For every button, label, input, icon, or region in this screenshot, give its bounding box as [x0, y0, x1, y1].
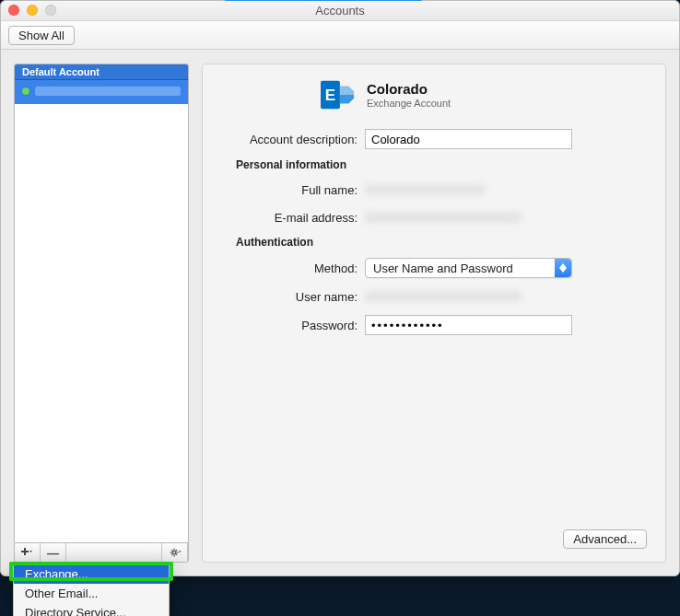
advanced-button-wrapper: Advanced... — [563, 529, 647, 549]
label-email-address: E-mail address: — [219, 211, 358, 225]
gear-icon — [169, 546, 182, 559]
row-email: E-mail address: — [219, 208, 649, 227]
account-header-text: Colorado Exchange Account — [367, 81, 451, 109]
row-section-auth: Authentication — [219, 236, 649, 249]
label-username: User name: — [219, 290, 358, 304]
add-account-button[interactable] — [15, 543, 41, 562]
accounts-sidebar: Default Account — — [14, 64, 189, 563]
add-account-menu: Exchange... Other Email... Directory Ser… — [13, 564, 170, 616]
auth-method-select[interactable]: User Name and Password — [365, 258, 572, 278]
window-title: Accounts — [315, 4, 364, 17]
label-method: Method: — [219, 262, 358, 275]
label-password: Password: — [219, 319, 358, 332]
sidebar-control-spacer — [66, 543, 162, 562]
svg-text:E: E — [325, 87, 335, 104]
email-value-redacted — [365, 208, 572, 227]
username-value-redacted — [365, 287, 572, 306]
row-full-name: Full name: — [219, 180, 649, 199]
row-section-personal: Personal information — [219, 158, 649, 171]
full-name-value-redacted — [365, 180, 572, 199]
section-personal-information: Personal information — [219, 158, 346, 171]
svg-point-0 — [172, 551, 176, 554]
svg-line-7 — [171, 554, 172, 555]
row-password: Password: — [219, 315, 649, 335]
remove-account-button[interactable]: — — [41, 543, 66, 562]
account-type-label: Exchange Account — [367, 98, 451, 109]
account-detail-panel: E Colorado Exchange Account Account desc… — [202, 64, 666, 563]
menu-item-directory-service[interactable]: Directory Service... — [14, 603, 169, 616]
row-username: User name: — [219, 287, 649, 306]
account-header-row: E Colorado Exchange Account — [321, 77, 649, 112]
account-status-indicator — [22, 87, 29, 95]
auth-method-value: User Name and Password — [373, 262, 513, 275]
minimize-window-button[interactable] — [27, 5, 38, 16]
window-controls — [8, 5, 56, 16]
account-name-redacted — [35, 87, 181, 96]
account-list-header: Default Account — [15, 64, 188, 80]
accounts-window: Accounts Show All Default Account — [0, 0, 680, 576]
label-full-name: Full name: — [219, 183, 358, 197]
select-arrows-icon — [555, 259, 571, 277]
menu-item-other-email[interactable]: Other Email... — [14, 584, 169, 603]
preferences-toolbar: Show All — [1, 21, 679, 50]
row-account-description: Account description: — [219, 129, 649, 149]
svg-line-6 — [175, 554, 176, 555]
exchange-icon: E — [321, 77, 356, 112]
label-account-description: Account description: — [219, 133, 358, 146]
sidebar-controls: — — [14, 542, 189, 563]
password-input[interactable] — [365, 315, 572, 335]
close-window-button[interactable] — [8, 5, 19, 16]
menu-item-exchange[interactable]: Exchange... — [14, 564, 169, 584]
account-list[interactable]: Default Account — [14, 64, 189, 542]
zoom-window-button[interactable] — [45, 5, 56, 16]
plus-dropdown-icon — [21, 546, 34, 559]
account-row-selected[interactable] — [15, 80, 188, 104]
window-titlebar: Accounts — [1, 1, 679, 21]
svg-line-8 — [175, 550, 176, 551]
account-settings-button[interactable] — [162, 543, 188, 562]
section-authentication: Authentication — [219, 236, 313, 249]
account-display-name: Colorado — [367, 81, 451, 97]
show-all-button[interactable]: Show All — [8, 26, 75, 45]
row-method: Method: User Name and Password — [219, 258, 649, 278]
advanced-button[interactable]: Advanced... — [563, 529, 647, 549]
account-description-input[interactable] — [365, 129, 572, 149]
content-area: Default Account — — [1, 51, 679, 575]
svg-line-5 — [171, 550, 172, 551]
